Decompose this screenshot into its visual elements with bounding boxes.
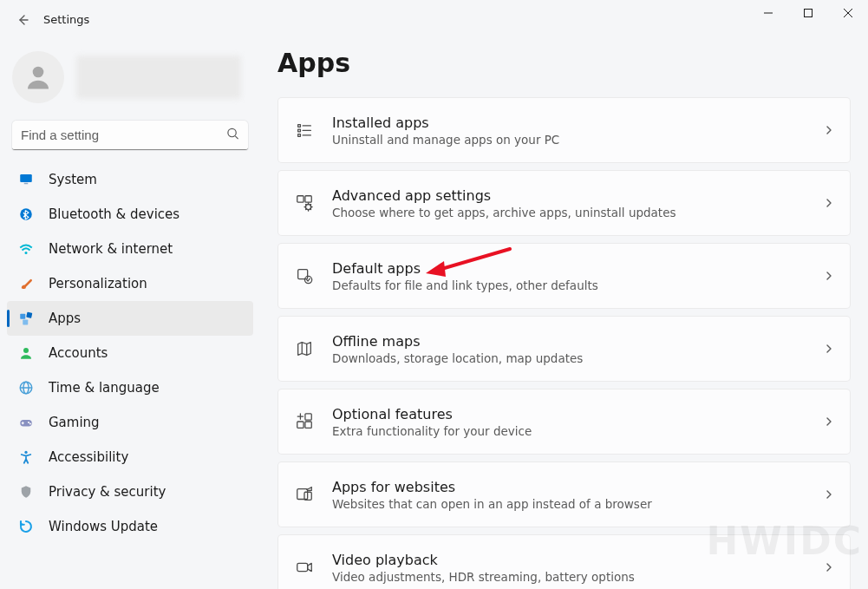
chevron-right-icon [824, 414, 834, 430]
person-icon [17, 344, 35, 362]
card-title: Apps for websites [332, 479, 806, 495]
card-title: Video playback [332, 552, 806, 568]
close-button[interactable] [828, 0, 868, 26]
card-text: Offline maps Downloads, storage location… [332, 333, 806, 365]
card-installed-apps[interactable]: Installed apps Uninstall and manage apps… [277, 97, 851, 163]
svg-rect-11 [20, 314, 25, 319]
card-subtitle: Defaults for file and link types, other … [332, 278, 806, 292]
card-default-apps[interactable]: Default apps Defaults for file and link … [277, 243, 851, 309]
sidebar-item-label: Bluetooth & devices [49, 206, 179, 222]
accessibility-icon [17, 448, 35, 466]
card-optional-features[interactable]: Optional features Extra functionality fo… [277, 389, 851, 455]
svg-point-14 [23, 348, 29, 353]
card-text: Default apps Defaults for file and link … [332, 260, 806, 292]
card-text: Apps for websites Websites that can open… [332, 479, 806, 511]
search-wrapper [12, 121, 248, 150]
back-button[interactable] [9, 6, 36, 34]
window-title: Settings [43, 13, 89, 26]
card-offline-maps[interactable]: Offline maps Downloads, storage location… [277, 316, 851, 382]
bluetooth-icon [17, 206, 35, 223]
sidebar-item-bluetooth-devices[interactable]: Bluetooth & devices [7, 197, 253, 232]
chevron-right-icon [824, 195, 834, 212]
chevron-right-icon [824, 268, 834, 285]
titlebar: Settings [0, 0, 868, 39]
card-subtitle: Extra functionality for your device [332, 424, 806, 438]
sidebar-item-label: System [49, 172, 97, 187]
chevron-right-icon [824, 341, 834, 357]
sidebar-item-label: Time & language [49, 380, 160, 396]
sidebar-item-privacy-security[interactable]: Privacy & security [7, 474, 253, 509]
sidebar-item-label: Accessibility [49, 449, 128, 465]
svg-point-4 [33, 67, 44, 78]
sidebar-item-personalization[interactable]: Personalization [7, 266, 253, 301]
shield-icon [17, 483, 35, 501]
sidebar-item-label: Privacy & security [49, 484, 166, 500]
gamepad-icon [17, 414, 35, 431]
search-icon [226, 128, 239, 144]
sidebar-item-label: Apps [49, 311, 81, 326]
svg-point-20 [29, 423, 31, 425]
svg-rect-34 [305, 422, 311, 428]
sidebar-item-time-language[interactable]: Time & language [7, 370, 253, 405]
sidebar-item-accessibility[interactable]: Accessibility [7, 440, 253, 474]
globe-icon [17, 379, 35, 396]
svg-rect-33 [297, 422, 303, 428]
card-subtitle: Uninstall and manage apps on your PC [332, 133, 806, 147]
monitor-icon [17, 171, 35, 188]
profile-text-redacted [76, 56, 241, 99]
settings-cards: Installed apps Uninstall and manage apps… [277, 97, 851, 589]
sidebar-item-gaming[interactable]: Gaming [7, 405, 253, 440]
sidebar-item-label: Windows Update [49, 519, 158, 534]
minimize-icon [764, 9, 773, 17]
brush-icon [17, 275, 35, 292]
chevron-right-icon [824, 560, 834, 576]
maximize-button[interactable] [788, 0, 828, 26]
profile-block[interactable] [7, 46, 253, 121]
card-apps-for-websites[interactable]: Apps for websites Websites that can open… [277, 461, 851, 527]
card-title: Installed apps [332, 115, 806, 131]
svg-rect-23 [298, 129, 301, 132]
sidebar-item-label: Network & internet [49, 241, 173, 257]
wifi-icon [17, 240, 35, 258]
card-title: Optional features [332, 406, 806, 422]
svg-rect-7 [20, 174, 32, 182]
card-title: Offline maps [332, 333, 806, 350]
app-web-icon [294, 484, 315, 505]
card-text: Optional features Extra functionality fo… [332, 406, 806, 438]
update-icon [17, 518, 35, 535]
svg-point-5 [228, 128, 236, 136]
chevron-right-icon [824, 122, 834, 139]
search-input[interactable] [12, 121, 248, 150]
svg-rect-1 [805, 10, 813, 17]
svg-rect-12 [26, 312, 32, 318]
card-subtitle: Downloads, storage location, map updates [332, 351, 806, 365]
card-text: Installed apps Uninstall and manage apps… [332, 115, 806, 147]
sidebar-item-apps[interactable]: Apps [7, 301, 253, 336]
sidebar-item-system[interactable]: System [7, 162, 253, 197]
sidebar-item-label: Personalization [49, 276, 147, 291]
plus-grid-icon [294, 411, 315, 432]
card-title: Default apps [332, 260, 806, 277]
sidebar: System Bluetooth & devices Network & int… [0, 39, 260, 589]
sidebar-item-label: Gaming [49, 415, 100, 430]
svg-rect-24 [298, 134, 301, 137]
svg-rect-36 [297, 489, 308, 500]
svg-rect-38 [297, 563, 308, 571]
sidebar-item-accounts[interactable]: Accounts [7, 336, 253, 370]
window-controls [748, 0, 868, 26]
card-subtitle: Video adjustments, HDR streaming, batter… [332, 570, 806, 584]
list-icon [294, 120, 315, 141]
sidebar-item-windows-update[interactable]: Windows Update [7, 509, 253, 544]
card-subtitle: Websites that can open in an app instead… [332, 497, 806, 511]
minimize-button[interactable] [748, 0, 788, 26]
card-title: Advanced app settings [332, 187, 806, 204]
maximize-icon [804, 9, 813, 17]
avatar-placeholder-icon [23, 62, 54, 93]
main-content: Apps Installed apps Uninstall and manage… [260, 39, 868, 589]
page-title: Apps [277, 48, 851, 78]
card-advanced-app-settings[interactable]: Advanced app settings Choose where to ge… [277, 170, 851, 236]
nav-list: System Bluetooth & devices Network & int… [7, 162, 253, 544]
card-video-playback[interactable]: Video playback Video adjustments, HDR st… [277, 534, 851, 589]
sidebar-item-network-internet[interactable]: Network & internet [7, 232, 253, 266]
default-apps-icon [294, 265, 315, 286]
